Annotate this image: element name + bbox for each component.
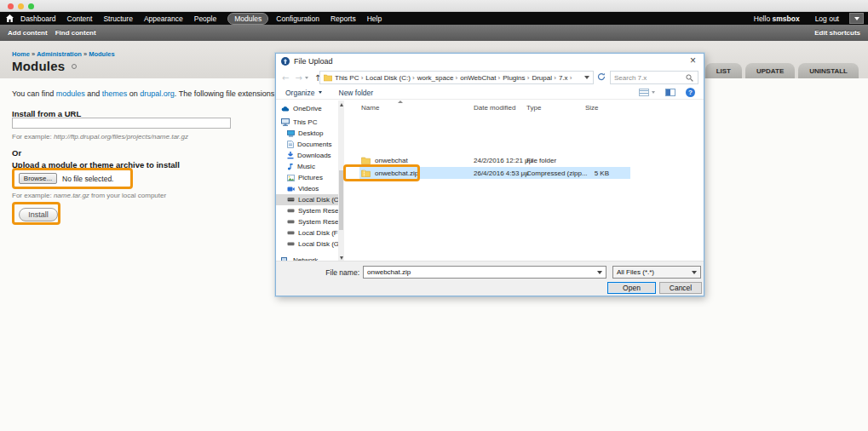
sort-ascending-icon: [398, 101, 403, 103]
tab-list[interactable]: LIST: [705, 63, 742, 78]
preview-pane-icon[interactable]: [665, 89, 675, 96]
toolbar-toggle-button[interactable]: [849, 13, 864, 24]
menu-item-dashboard[interactable]: Dashboard: [20, 14, 56, 23]
page-title: Modules: [12, 59, 77, 73]
search-icon: [686, 74, 693, 82]
contextual-links-icon[interactable]: [72, 64, 77, 69]
scroll-up-icon[interactable]: [340, 103, 343, 106]
breadcrumb-home[interactable]: Home: [12, 50, 37, 58]
breadcrumb-modules[interactable]: Modules: [89, 50, 114, 58]
local-task-tabs: LIST UPDATE UNINSTALL: [702, 63, 859, 78]
sidebar-item-onedrive[interactable]: OneDrive: [276, 103, 338, 114]
menu-item-configuration[interactable]: Configuration: [276, 14, 319, 23]
path-local-disk-c[interactable]: Local Disk (C:): [365, 74, 414, 82]
path-this-pc[interactable]: This PC: [335, 74, 363, 82]
dialog-titlebar[interactable]: File Upload ×: [276, 54, 704, 69]
menu-item-appearance[interactable]: Appearance: [144, 14, 183, 23]
zoom-traffic-light-icon[interactable]: [28, 3, 34, 9]
chevron-down-icon: [854, 17, 859, 20]
upload-example-text: For example: name.tar.gz from your local…: [12, 192, 166, 199]
sidebar-item-pictures[interactable]: Pictures: [276, 172, 338, 183]
path-work-space[interactable]: work_space: [417, 74, 458, 82]
scrollbar-thumb[interactable]: [339, 170, 343, 230]
back-icon[interactable]: ←: [282, 73, 289, 83]
menu-item-reports[interactable]: Reports: [331, 14, 356, 23]
organize-menu[interactable]: Organize: [285, 89, 322, 97]
modules-link[interactable]: modules: [56, 89, 85, 98]
dialog-title: File Upload: [294, 57, 333, 66]
history-chevron-icon[interactable]: [305, 77, 308, 79]
disk-icon: [287, 219, 295, 225]
close-icon[interactable]: ×: [690, 55, 696, 66]
menu-item-people[interactable]: People: [194, 14, 216, 23]
breadcrumb: HomeAdministrationModules: [12, 50, 115, 58]
tab-uninstall[interactable]: UNINSTALL: [798, 63, 859, 78]
path-7x[interactable]: 7.x: [559, 74, 572, 82]
file-name-input[interactable]: onwebchat.zip: [363, 266, 606, 279]
search-input[interactable]: [614, 74, 686, 82]
column-header-size[interactable]: Size: [585, 104, 599, 112]
edit-shortcuts-link[interactable]: Edit shortcuts: [814, 29, 860, 37]
search-box[interactable]: [610, 71, 698, 84]
sidebar-item-local-disk-c[interactable]: Local Disk (C:): [276, 194, 338, 205]
url-example-text: For example: http://ftp.drupal.org/files…: [12, 133, 188, 141]
chevron-down-icon: [692, 271, 697, 274]
drupal-org-link[interactable]: drupal.org: [140, 89, 175, 98]
new-folder-button[interactable]: New folder: [339, 89, 374, 97]
themes-link[interactable]: themes: [102, 89, 128, 98]
home-icon[interactable]: [6, 14, 14, 22]
help-icon[interactable]: ?: [686, 88, 695, 97]
close-traffic-light-icon[interactable]: [8, 3, 14, 9]
sidebar-item-system-reserved-2[interactable]: System Reserved: [276, 216, 338, 227]
install-button[interactable]: Install: [19, 208, 58, 221]
views-chevron-icon[interactable]: [652, 91, 655, 94]
downloads-icon: [287, 152, 294, 159]
path-onwebchat[interactable]: onWebChat: [460, 74, 500, 82]
breadcrumb-administration[interactable]: Administration: [37, 50, 89, 58]
install-url-input[interactable]: [12, 118, 231, 129]
address-dropdown-icon[interactable]: [584, 76, 589, 79]
menu-item-structure[interactable]: Structure: [103, 14, 133, 23]
column-header-date-modified[interactable]: Date modified: [474, 104, 515, 112]
sidebar-item-documents[interactable]: Documents: [276, 139, 338, 150]
drupal-admin-toolbar: Dashboard Content Structure Appearance P…: [0, 12, 868, 25]
sidebar-item-local-disk-f[interactable]: Local Disk (F:): [276, 227, 338, 238]
menu-item-modules[interactable]: Modules: [227, 13, 268, 25]
or-label: Or: [12, 148, 21, 158]
sidebar-item-this-pc[interactable]: This PC: [276, 117, 338, 128]
tab-update[interactable]: UPDATE: [745, 63, 795, 78]
disk-icon: [287, 197, 295, 203]
navigation-pane: OneDrive This PC Desktop Documents Downl…: [276, 101, 338, 262]
sidebar-item-music[interactable]: Music: [276, 161, 338, 172]
scroll-down-icon[interactable]: [340, 256, 343, 260]
menu-item-help[interactable]: Help: [367, 14, 382, 23]
sidebar-item-videos[interactable]: Videos: [276, 183, 338, 194]
shortcut-add-content[interactable]: Add content: [8, 29, 48, 37]
sidebar-scrollbar[interactable]: [338, 101, 344, 262]
address-bar[interactable]: This PC Local Disk (C:) work_space onWeb…: [319, 71, 594, 84]
chevron-down-icon[interactable]: [597, 271, 602, 274]
documents-icon: [287, 141, 294, 148]
change-view-icon[interactable]: [639, 89, 649, 96]
sidebar-item-downloads[interactable]: Downloads: [276, 150, 338, 161]
sidebar-item-local-disk-g[interactable]: Local Disk (G:): [276, 238, 338, 250]
menu-item-content[interactable]: Content: [67, 14, 93, 23]
column-header-type[interactable]: Type: [526, 104, 541, 112]
path-drupal[interactable]: Drupal: [532, 74, 555, 82]
browse-button[interactable]: Browse...: [19, 173, 57, 184]
path-plugins[interactable]: Plugins: [503, 74, 529, 82]
sidebar-item-system-reserved-1[interactable]: System Reserved: [276, 205, 338, 216]
logout-link[interactable]: Log out: [815, 14, 839, 23]
open-button[interactable]: Open: [607, 282, 656, 294]
macos-titlebar: [0, 0, 868, 12]
username: smsbox: [773, 14, 800, 23]
forward-icon[interactable]: →: [295, 73, 302, 83]
minimize-traffic-light-icon[interactable]: [18, 3, 24, 9]
shortcut-bar: Add content Find content Edit shortcuts: [0, 25, 868, 41]
refresh-icon[interactable]: [597, 72, 606, 81]
shortcut-find-content[interactable]: Find content: [55, 29, 96, 37]
column-header-name[interactable]: Name: [361, 104, 379, 112]
sidebar-item-desktop[interactable]: Desktop: [276, 128, 338, 139]
file-type-select[interactable]: All Files (*.*): [612, 266, 701, 279]
cancel-button[interactable]: Cancel: [659, 282, 702, 294]
